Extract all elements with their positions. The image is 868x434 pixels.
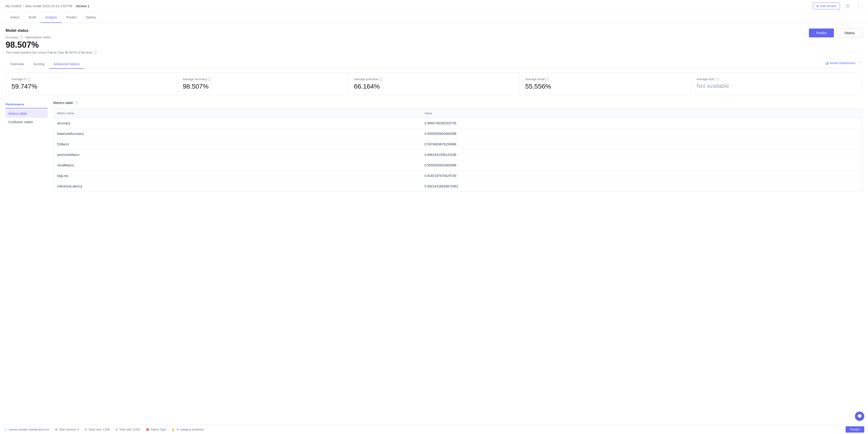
sub-tab-advanced-metrics[interactable]: Advanced metrics [49, 60, 84, 69]
sidebar: Performance Metrics table Confusion matr… [6, 101, 48, 192]
collapse-icon[interactable]: ⌃ [857, 60, 862, 66]
metric-name-cell: accuracy [54, 118, 421, 128]
metric-value-cell: 0.09214318543672562 [421, 181, 862, 192]
metric-auc-label: Average AUC [696, 77, 715, 81]
breadcrumb-model-name[interactable]: New model 2023-10-24 3:55 PM [25, 4, 72, 8]
metrics-overview: Average f1 i 59.747% Average accuracy i … [6, 73, 862, 95]
metrics-table: Metric name Value accuracy 0.98507463932… [53, 109, 862, 192]
header-actions: ⊕ Add version 🕐 ⋮ [813, 2, 862, 10]
metric-card-accuracy: Average accuracy i 98.507% [177, 73, 348, 95]
metric-auc-value: Not available [696, 83, 857, 89]
header: My models / New model 2023-10-24 3:55 PM… [0, 0, 868, 12]
model-leaderboard-label: Model leaderboard [830, 61, 856, 65]
predict-button-main[interactable]: Predict [809, 29, 834, 37]
metric-value-cell: 0.6661641538143158 [421, 150, 862, 160]
sidebar-section-performance: Performance [6, 101, 48, 109]
metric-value-cell: 0.8182187676429749 [421, 171, 862, 181]
sub-tabs: Overview Scoring Advanced metrics [6, 60, 84, 68]
model-status-title: Model status [6, 29, 862, 33]
content-area: Performance Metrics table Confusion matr… [6, 101, 862, 192]
table-row: f1Macro 0.5974683876159668 [54, 139, 862, 150]
breadcrumb-my-models[interactable]: My models [6, 4, 22, 8]
table-title-row: Metrics table i [53, 101, 862, 105]
metric-recall-info-icon[interactable]: i [546, 78, 549, 81]
metric-name-cell: recallMacro [54, 160, 421, 171]
breadcrumb: My models / New model 2023-10-24 3:55 PM… [6, 4, 89, 8]
column-header-metric-name: Metric name [54, 109, 421, 118]
accuracy-desc-text: The model predicts the correct Failure T… [6, 51, 93, 54]
metric-name-cell: f1Macro [54, 139, 421, 150]
nav-tabs: Select Build Analyze Predict Deploy [0, 12, 868, 23]
sidebar-item-metrics-table[interactable]: Metrics table [6, 109, 48, 118]
table-row: balancedAccuracy 0.5555555820465088 [54, 128, 862, 139]
table-row: accuracy 0.9850746393203735 [54, 118, 862, 128]
metric-card-f1: Average f1 i 59.747% [6, 73, 177, 95]
breadcrumb-sep-1: / [23, 4, 24, 8]
accuracy-label: Accuracy [6, 35, 18, 39]
table-area: Metrics table i Metric name Value accura… [53, 101, 862, 192]
model-leaderboard-button[interactable]: 📊 Model leaderboard ⌃ [825, 60, 862, 68]
tab-deploy[interactable]: Deploy [81, 12, 101, 23]
metric-precision-label: Average precision [354, 77, 378, 81]
breadcrumb-sep-2: / [73, 4, 74, 8]
metric-value-cell: 0.9850746393203735 [421, 118, 862, 128]
metric-name-cell: precisionMacro [54, 150, 421, 160]
table-header-row: Metric name Value [54, 109, 862, 118]
tab-predict[interactable]: Predict [62, 12, 81, 23]
metric-f1-value: 59.747% [11, 83, 171, 90]
deploy-button-main[interactable]: Deploy [837, 29, 862, 37]
optimization-metric-label: Optimization metric [25, 35, 51, 39]
plus-icon: ⊕ [816, 4, 819, 8]
accuracy-row: Accuracy i Optimization metric [6, 35, 862, 39]
accuracy-info-icon[interactable]: i [20, 36, 23, 39]
model-status-section: Model status Accuracy i Optimization met… [6, 29, 862, 54]
metric-value-cell: 0.5555555820465088 [421, 128, 862, 139]
tab-analyze[interactable]: Analyze [41, 12, 62, 23]
metric-card-precision: Average precision i 66.164% [348, 73, 520, 95]
metric-auc-info-icon[interactable]: i [716, 78, 719, 81]
sub-tab-scoring[interactable]: Scoring [29, 60, 49, 69]
metric-name-cell: balancedAccuracy [54, 128, 421, 139]
history-icon-button[interactable]: 🕐 [844, 2, 851, 10]
leaderboard-icon: 📊 [825, 61, 829, 65]
metric-f1-label: Average f1 [11, 77, 26, 81]
metric-card-recall: Average recall i 55.556% [520, 73, 691, 95]
sub-tab-overview[interactable]: Overview [6, 60, 29, 69]
metric-recall-label: Average recall [525, 77, 545, 81]
table-row: inferenceLatency 0.09214318543672562 [54, 181, 862, 192]
more-options-icon-button[interactable]: ⋮ [855, 2, 862, 10]
metric-accuracy-info-icon[interactable]: i [208, 78, 211, 81]
metric-f1-info-icon[interactable]: i [27, 78, 30, 81]
sidebar-item-confusion-matrix[interactable]: Confusion matrix [6, 118, 48, 126]
description-info-icon[interactable]: i [94, 51, 97, 54]
add-version-label: Add version [820, 4, 836, 8]
tab-build[interactable]: Build [24, 12, 41, 23]
metric-value-cell: 0.5974683876159668 [421, 139, 862, 150]
accuracy-description: The model predicts the correct Failure T… [6, 51, 862, 54]
metric-accuracy-value: 98.507% [183, 83, 342, 90]
metric-card-auc: Average AUC i Not available [691, 73, 862, 95]
table-row: logLoss 0.8182187676429749 [54, 171, 862, 181]
metric-precision-value: 66.164% [354, 83, 514, 90]
metrics-table-info-icon[interactable]: i [75, 101, 78, 105]
metric-name-cell: inferenceLatency [54, 181, 421, 192]
breadcrumb-version: Version 1 [76, 4, 89, 8]
add-version-button[interactable]: ⊕ Add version [813, 3, 840, 9]
metric-recall-value: 55.556% [525, 83, 685, 90]
tab-select[interactable]: Select [6, 12, 24, 23]
metric-value-cell: 0.5555555820465088 [421, 160, 862, 171]
main-content: Model status Accuracy i Optimization met… [0, 23, 868, 197]
sub-tabs-row: Overview Scoring Advanced metrics 📊 Mode… [6, 60, 862, 69]
table-row: precisionMacro 0.6661641538143158 [54, 150, 862, 160]
metric-accuracy-label: Average accuracy [183, 77, 207, 81]
predict-deploy-buttons: Predict Deploy [809, 29, 862, 37]
accuracy-value: 98.507% [6, 40, 862, 50]
metric-name-cell: logLoss [54, 171, 421, 181]
metric-precision-info-icon[interactable]: i [379, 78, 382, 81]
metrics-table-title: Metrics table [53, 101, 73, 105]
column-header-value: Value [421, 109, 862, 118]
table-row: recallMacro 0.5555555820465088 [54, 160, 862, 171]
